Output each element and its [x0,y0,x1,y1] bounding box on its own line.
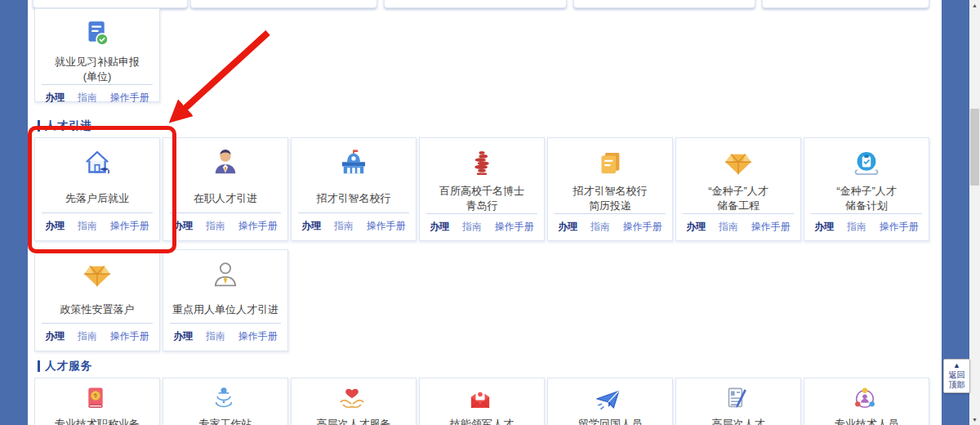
service-card-title: 政策性安置落户 [60,296,135,323]
back-to-top-label-line2: 顶部 [944,380,969,390]
service-card-title: 招才引智名校行 [317,184,391,212]
service-card: 百所高校千名博士青岛行办理指南操作手册 [419,137,545,241]
person-outline-tie-icon [208,258,243,293]
service-card: 高层次人才服务办理指南操作手册 [291,378,416,425]
service-card: 专家工作站办理指南操作手册 [163,378,288,425]
card-link-guide[interactable]: 指南 [78,219,97,233]
service-card-title: 留学回国人员 [578,417,642,425]
service-card-title-line: 在职人才引进 [194,191,257,206]
service-card-highlighted: 先落户后就业办理指南操作手册 [34,137,160,241]
cutoff-card-bottom [573,0,755,8]
card-link-guide[interactable]: 指南 [847,220,866,234]
card-links-row: 办理指南操作手册 [42,323,153,351]
card-link-guide[interactable]: 指南 [334,219,354,233]
card-link-guide[interactable]: 指南 [462,220,482,234]
card-link-manual[interactable]: 操作手册 [751,220,791,234]
card-row-talent-intro-1: 先落户后就业办理指南操作手册在职人才引进办理指南操作手册招才引智名校行办理指南操… [34,137,932,241]
card-link-apply[interactable]: 办理 [173,219,193,233]
service-card: 高层次人才办理指南操作手册 [675,378,801,425]
service-card-title: 重点用人单位人才引进 [172,296,278,323]
card-link-manual[interactable]: 操作手册 [367,219,406,233]
card-link-apply[interactable]: 办理 [45,219,65,233]
service-card-title-line: 留学回国人员 [578,417,642,425]
section-marker-icon [38,360,40,372]
service-card-title: 先落户后就业 [65,184,129,212]
card-row-talent-services: 专专业技术职称业务办理指南操作手册专家工作站办理指南操作手册高层次人才服务办理指… [34,378,932,425]
service-card: 专业技术人员办理指南操作手册 [804,378,929,425]
service-card-title: 在职人才引进 [194,184,257,212]
service-card-title: 招才引智名校行简历投递 [573,184,648,213]
resume-docs-icon [593,146,627,181]
envelope-icon [465,383,499,414]
service-card: 政策性安置落户办理指南操作手册 [34,249,160,351]
service-card: 专专业技术职称业务办理指南操作手册 [34,378,160,425]
card-link-apply[interactable]: 办理 [814,220,834,234]
diamond-icon [721,146,755,181]
scroll-up-button[interactable]: ▲ [969,0,980,11]
card-links-row: 办理指南操作手册 [42,84,153,112]
back-to-top-button[interactable]: ▲ 返回 顶部 [943,359,970,393]
cutoff-card-bottom [33,0,188,8]
service-card-title-line: (单位) [83,69,112,84]
card-link-manual[interactable]: 操作手册 [110,219,149,233]
hands-heart-icon [336,383,371,414]
card-link-guide[interactable]: 指南 [206,329,225,343]
person-suit-icon [208,146,243,181]
card-link-apply[interactable]: 办理 [45,91,65,105]
cutoff-card-bottom [190,0,377,8]
expert-station-icon [208,383,243,414]
card-link-manual[interactable]: 操作手册 [110,91,149,105]
service-card: 在职人才引进办理指南操作手册 [163,137,288,241]
service-card-title-line: 高层次人才服务 [317,417,391,425]
service-card: “金种子”人才储备计划办理指南操作手册 [804,137,929,241]
service-card-title-line: 技能领军人才 [450,417,514,425]
card-link-guide[interactable]: 指南 [78,329,97,343]
card-link-manual[interactable]: 操作手册 [623,220,662,234]
card-link-manual[interactable]: 操作手册 [495,220,534,234]
card-link-manual[interactable]: 操作手册 [110,329,149,343]
service-card-title-line: 青岛行 [466,199,498,213]
service-card-title-line: 储备工程 [717,199,760,213]
card-link-apply[interactable]: 办理 [301,219,321,233]
service-card-title-line: 简历投递 [589,199,631,213]
service-card-title: 百所高校千名博士青岛行 [439,184,524,213]
section-title: 人才服务 [45,359,92,374]
card-links-row: 办理指南操作手册 [298,212,409,240]
clipboard-check-icon [849,146,884,181]
card-link-manual[interactable]: 操作手册 [238,329,278,343]
card-links-row: 办理指南操作手册 [170,323,281,351]
service-card-title-line: 专家工作站 [199,417,252,425]
service-card-title: “金种子”人才储备工程 [708,184,768,213]
service-card-title-line: 就业见习补贴申报 [55,55,140,69]
service-card-title: 高层次人才 [712,417,765,425]
service-card-title-line: 储备计划 [845,199,888,213]
card-link-apply[interactable]: 办理 [686,220,706,234]
scrollbar[interactable]: ▲ ▼ [969,0,980,425]
card-link-guide[interactable]: 指南 [719,220,738,234]
service-card-title: 专家工作站 [199,417,252,425]
card-link-guide[interactable]: 指南 [206,219,225,233]
service-card-title-line: 先落户后就业 [65,191,129,206]
card-links-row: 办理指南操作手册 [811,213,922,241]
card-link-manual[interactable]: 操作手册 [880,220,919,234]
card-link-apply[interactable]: 办理 [430,220,449,234]
card-link-manual[interactable]: 操作手册 [238,219,278,233]
card-link-apply[interactable]: 办理 [558,220,577,234]
card-link-guide[interactable]: 指南 [78,91,97,105]
card-link-guide[interactable]: 指南 [590,220,610,234]
service-card-title: “金种子”人才储备计划 [836,184,897,213]
scrollbar-thumb[interactable] [970,109,979,186]
cutoff-card-bottom [384,0,567,8]
scroll-down-button[interactable]: ▼ [969,414,980,425]
doc-check-icon [80,17,114,51]
card-link-apply[interactable]: 办理 [173,329,193,343]
service-card: 招才引智名校行简历投递办理指南操作手册 [547,137,673,241]
service-card: 招才引智名校行办理指南操作手册 [291,137,416,241]
service-card-title: 技能领军人才 [450,417,514,425]
sculpture-icon [465,146,499,181]
service-card-title-line: 百所高校千名博士 [439,184,524,199]
cutoff-card-bottom [762,0,929,8]
service-card-title-line: “金种子”人才 [836,184,897,199]
service-card-title-line: “金种子”人才 [708,184,768,199]
card-link-apply[interactable]: 办理 [45,329,65,343]
